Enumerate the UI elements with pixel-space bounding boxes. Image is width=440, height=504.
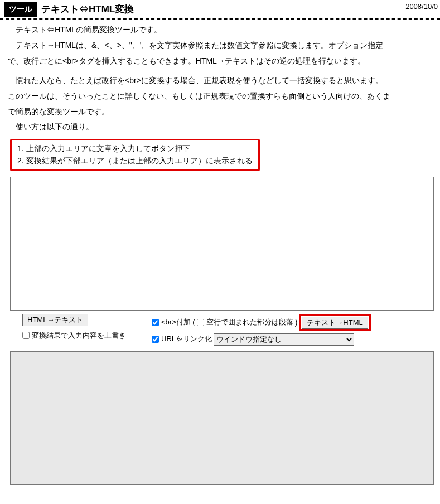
step-2: 2. 変換結果が下部エリア（または上部の入力エリア）に表示される (17, 155, 253, 167)
steps-box: 1. 上部の入力エリアに文章を入力してボタン押下 2. 変換結果が下部エリア（ま… (10, 139, 260, 171)
close-paren: ) (295, 317, 298, 329)
overwrite-checkbox[interactable] (22, 332, 30, 339)
html-to-text-button[interactable]: HTML→テキスト (22, 314, 88, 326)
output-area (10, 351, 434, 485)
input-textarea[interactable] (10, 177, 434, 311)
linkify-checkbox-label[interactable]: URLをリンク化 (152, 333, 212, 345)
intro-p4: 使い方は以下の通り。 (0, 121, 440, 133)
intro-p3c: で簡易的な変換ツールです。 (0, 106, 440, 118)
text-to-html-button[interactable]: テキスト→HTML (302, 317, 368, 329)
window-select[interactable]: ウインドウ指定なし (214, 333, 354, 346)
intro-p2a: テキスト→HTMLは、&、<、>、"、'、を文字実体参照または数値文字参照に変換… (0, 40, 440, 52)
linkify-label-text: URLをリンク化 (161, 333, 212, 345)
intro-p1: テキスト⇔HTMLの簡易変換ツールです。 (0, 24, 440, 36)
intro-p3a: 慣れた人なら、たとえば改行を<br>に変換する場合、正規表現を使うなどして一括変… (0, 75, 440, 87)
overwrite-label-text: 変換結果で入力内容を上書き (32, 330, 126, 341)
content: テキスト⇔HTMLの簡易変換ツールです。 テキスト→HTMLは、&、<、>、"、… (0, 20, 440, 484)
text-to-html-highlight: テキスト→HTML (299, 314, 370, 331)
category-badge: ツール (4, 2, 37, 17)
header-date: 2008/10/0 (405, 1, 438, 12)
blank-para-checkbox[interactable] (197, 319, 204, 326)
header: ツール テキスト⇔HTML変換 2008/10/0 (0, 0, 440, 20)
br-checkbox[interactable] (152, 319, 159, 326)
page-title: テキスト⇔HTML変換 (41, 2, 134, 17)
blank-para-checkbox-label[interactable]: 空行で囲まれた部分は段落 (197, 317, 293, 328)
intro-p2b: で、改行ごとに<br>タグを挿入することもできます。HTML→テキストはその逆の… (0, 55, 440, 67)
overwrite-checkbox-label[interactable]: 変換結果で入力内容を上書き (22, 330, 126, 341)
step-1: 1. 上部の入力エリアに文章を入力してボタン押下 (17, 143, 253, 155)
br-checkbox-label[interactable]: <br>付加 ( (152, 317, 195, 328)
controls: HTML→テキスト 変換結果で入力内容を上書き <br>付加 ( 空行で囲まれた… (10, 314, 434, 348)
intro-p3b: このツールは、そういったことに詳しくない、もしくは正規表現での置換すらも面倒とい… (0, 90, 440, 103)
linkify-checkbox[interactable] (152, 336, 159, 343)
blank-para-label-text: 空行で囲まれた部分は段落 (206, 317, 293, 328)
tool-area: HTML→テキスト 変換結果で入力内容を上書き <br>付加 ( 空行で囲まれた… (10, 177, 434, 485)
br-label-text: <br>付加 ( (161, 317, 195, 328)
